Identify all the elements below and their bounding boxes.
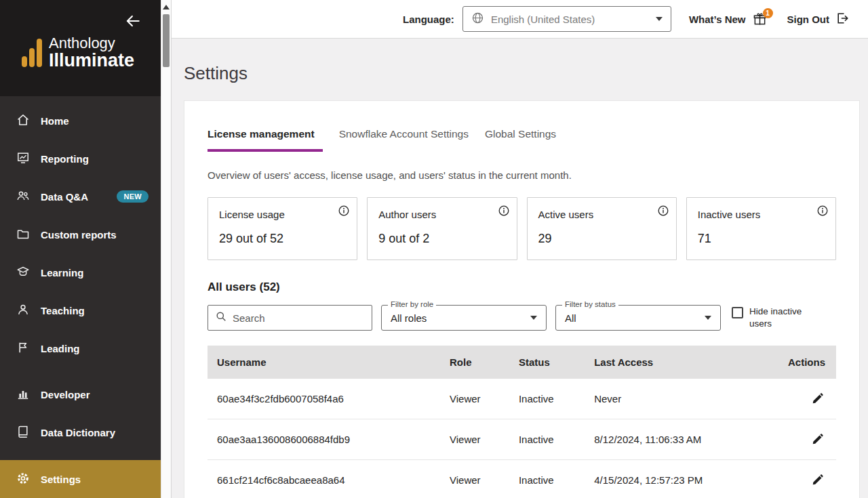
sidebar-item-settings[interactable]: Settings (0, 460, 161, 498)
language-select[interactable]: English (United States) (462, 6, 671, 32)
sidebar-item-home[interactable]: Home (0, 102, 161, 140)
sidebar-item-label: Settings (41, 474, 81, 485)
tab-global-settings[interactable]: Global Settings (485, 128, 556, 152)
col-header-role: Role (440, 346, 509, 379)
notification-badge: 1 (763, 8, 773, 18)
graduation-cap-icon (16, 265, 30, 281)
sign-out-icon (835, 12, 849, 27)
new-badge: NEW (117, 190, 149, 203)
folder-icon (16, 227, 30, 243)
logo-line2: Illuminate (49, 51, 134, 70)
last-access-cell: 8/12/2024, 11:06:33 AM (585, 419, 773, 460)
sidebar-logo-block: Anthology Illuminate (0, 0, 161, 96)
flag-icon (16, 341, 30, 356)
username-cell: 60ae3aa1360086006884fdb9 (208, 419, 440, 460)
sign-out-label: Sign Out (787, 14, 830, 25)
sidebar-item-label: Teaching (41, 305, 85, 316)
home-icon (16, 113, 30, 129)
stat-label: Active users (538, 209, 667, 220)
whats-new-label: What’s New (689, 14, 746, 25)
stat-card-active-users: Active users 29 (527, 197, 677, 260)
search-input[interactable] (233, 312, 364, 324)
sidebar-item-custom-reports[interactable]: Custom reports (0, 215, 161, 253)
logo-text: Anthology Illuminate (49, 35, 134, 70)
scrollbar-thumb[interactable] (163, 14, 170, 67)
stat-value: 29 (538, 232, 667, 246)
tab-snowflake-account-settings[interactable]: Snowflake Account Settings (339, 128, 469, 152)
sidebar-item-label: Data Q&A (41, 191, 88, 203)
edit-user-button[interactable] (810, 391, 825, 406)
filter-by-status-label: Filter by status (562, 300, 618, 308)
scroll-up-arrow[interactable] (163, 5, 170, 9)
sidebar-item-label: Home (41, 115, 69, 127)
status-cell: Inactive (509, 460, 585, 498)
status-cell: Inactive (509, 379, 585, 419)
stat-value: 71 (698, 232, 826, 246)
filter-by-status-value: All (565, 312, 705, 324)
anthology-logo-icon (22, 39, 42, 70)
sidebar-item-label: Data Dictionary (41, 427, 115, 438)
sign-out-button[interactable]: Sign Out (787, 12, 850, 27)
table-row: 661cf214cf6c8abcaeea8a64 Viewer Inactive… (208, 460, 836, 498)
sidebar-item-leading[interactable]: Leading (0, 329, 161, 367)
username-cell: 661cf214cf6c8abcaeea8a64 (208, 460, 440, 498)
sidebar-item-data-qa[interactable]: Data Q&A NEW (0, 178, 161, 215)
stat-card-license-usage: License usage 29 out of 52 (208, 197, 357, 260)
edit-user-button[interactable] (810, 472, 825, 487)
whats-new-button[interactable]: What’s New 1 (689, 12, 767, 26)
col-header-last-access: Last Access (585, 346, 773, 379)
page-title: Settings (184, 63, 860, 84)
edit-user-button[interactable] (810, 432, 825, 447)
pencil-icon (812, 437, 824, 447)
overview-text: Overview of users' access, license usage… (208, 169, 836, 181)
filter-by-role-value: All roles (391, 312, 530, 324)
stat-label: Inactive users (698, 209, 826, 220)
info-icon[interactable] (338, 205, 349, 216)
info-icon[interactable] (658, 205, 669, 216)
hide-inactive-users-checkbox[interactable]: Hide inactive users (732, 306, 813, 330)
sidebar-item-reporting[interactable]: Reporting (0, 140, 161, 178)
table-row: 60ae34f3c2fdb6007058f4a6 Viewer Inactive… (208, 379, 836, 419)
stat-cards: License usage 29 out of 52 Author users … (208, 197, 836, 260)
username-cell: 60ae34f3c2fdb6007058f4a6 (208, 379, 440, 419)
logo-line1: Anthology (49, 35, 134, 51)
table-header-row: Username Role Status Last Access Actions (208, 346, 836, 379)
tabs: License management Snowflake Account Set… (208, 128, 836, 152)
filter-by-role-label: Filter by role (388, 300, 436, 308)
info-icon[interactable] (498, 205, 509, 216)
filter-by-role-select[interactable]: Filter by role All roles (381, 305, 547, 331)
sidebar-item-data-dictionary[interactable]: Data Dictionary (0, 413, 161, 451)
info-icon[interactable] (817, 205, 828, 216)
search-icon (216, 311, 226, 325)
all-users-heading: All users (52) (208, 281, 836, 294)
sidebar-item-label: Custom reports (41, 229, 117, 241)
filter-by-status-select[interactable]: Filter by status All (555, 305, 721, 331)
tab-license-management[interactable]: License management (208, 128, 323, 152)
people-icon (16, 189, 30, 205)
sidebar-item-developer[interactable]: Developer (0, 375, 161, 413)
sidebar-item-label: Developer (41, 389, 90, 400)
app-logo: Anthology Illuminate (22, 35, 147, 70)
gear-icon (16, 472, 30, 487)
main-content: Settings License management Snowflake Ac… (172, 39, 868, 498)
sidebar-nav: Home Reporting Data Q&A NEW Custom repor… (0, 96, 161, 498)
status-cell: Inactive (509, 419, 585, 460)
stat-card-author-users: Author users 9 out of 2 (367, 197, 517, 260)
sidebar-item-label: Reporting (41, 153, 89, 165)
sidebar-collapse-button[interactable] (124, 12, 142, 32)
stat-value: 9 out of 2 (378, 232, 507, 246)
search-box (208, 305, 372, 331)
filter-row: Filter by role All roles Filter by statu… (208, 305, 836, 331)
role-cell: Viewer (440, 460, 509, 498)
sidebar-item-teaching[interactable]: Teaching (0, 291, 161, 329)
pencil-icon (812, 478, 824, 488)
last-access-cell: Never (585, 379, 773, 419)
role-cell: Viewer (440, 379, 509, 419)
vertical-scrollbar[interactable] (161, 0, 172, 498)
sidebar-item-label: Learning (41, 267, 83, 278)
chevron-down-icon (656, 17, 663, 21)
person-icon (16, 303, 30, 318)
table-row: 60ae3aa1360086006884fdb9 Viewer Inactive… (208, 419, 836, 460)
sidebar-item-learning[interactable]: Learning (0, 253, 161, 291)
checkbox-box[interactable] (732, 307, 743, 318)
